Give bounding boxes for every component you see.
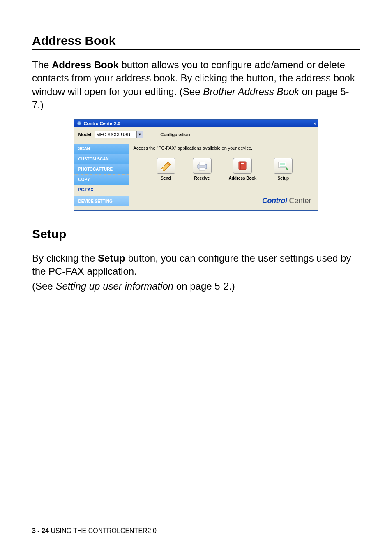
svg-rect-4 <box>199 162 205 165</box>
divider <box>32 49 360 50</box>
application-window: ControlCenter2.0 × Model MFC-XXXX USB ▼ … <box>74 119 318 211</box>
app-icon <box>77 121 82 126</box>
receive-icon <box>196 160 208 171</box>
setup-button[interactable] <box>274 158 293 174</box>
close-icon[interactable]: × <box>314 121 316 126</box>
bold-text: Address Book <box>52 59 119 70</box>
sidebar-item-custom-scan[interactable]: CUSTOM SCAN <box>74 154 129 164</box>
sidebar-item-device-setting[interactable]: DEVICE SETTING <box>74 196 129 206</box>
svg-rect-8 <box>240 162 241 170</box>
text: The <box>32 59 52 70</box>
configuration-button[interactable]: Configuration <box>160 132 190 137</box>
sidebar-item-pcfax[interactable]: PC-FAX <box>74 185 129 195</box>
send-button[interactable] <box>157 158 175 174</box>
sidebar-item-photocapture[interactable]: PHOTOCAPTURE <box>74 164 129 175</box>
content-area: Access the "PC-FAX" applications availab… <box>129 142 318 210</box>
logo-center: Center <box>287 197 311 205</box>
text: on page 5-2.) <box>173 280 235 292</box>
bold-text: Setup <box>98 253 125 264</box>
toolbar: Model MFC-XXXX USB ▼ Configuration <box>74 127 318 142</box>
svg-rect-5 <box>199 168 205 170</box>
section1-paragraph: The Address Book button allows you to co… <box>32 58 360 112</box>
address-book-button[interactable] <box>233 158 252 174</box>
sidebar-item-scan[interactable]: SCAN <box>74 144 129 154</box>
text: By clicking the <box>32 253 98 264</box>
text: (See <box>32 280 55 292</box>
logo-control: Control <box>262 197 287 205</box>
model-dropdown[interactable]: MFC-XXXX USB ▼ <box>95 131 143 138</box>
model-label: Model <box>78 132 92 137</box>
sidebar: SCAN CUSTOM SCAN PHOTOCAPTURE COPY PC-FA… <box>74 142 129 210</box>
svg-rect-7 <box>240 163 244 164</box>
address-book-icon <box>236 160 249 171</box>
page-number: 3 - 24 <box>32 527 49 534</box>
italic-text: Brother Address Book <box>203 86 299 97</box>
divider <box>32 243 360 243</box>
address-book-label: Address Book <box>229 176 257 181</box>
model-value: MFC-XXXX USB <box>96 132 130 137</box>
receive-button[interactable] <box>193 158 212 174</box>
window-body: SCAN CUSTOM SCAN PHOTOCAPTURE COPY PC-FA… <box>74 142 318 210</box>
italic-text: Setting up user information <box>55 280 173 292</box>
svg-point-1 <box>78 122 81 125</box>
chevron-down-icon[interactable]: ▼ <box>136 131 143 138</box>
svg-point-2 <box>161 169 163 170</box>
section-heading-address-book: Address Book <box>32 34 360 48</box>
page-footer: 3 - 24 USING THE CONTROLCENTER2.0 <box>32 527 157 535</box>
section2-paragraph-1: By clicking the Setup button, you can co… <box>32 252 360 278</box>
receive-label: Receive <box>194 176 210 181</box>
titlebar: ControlCenter2.0 × <box>74 120 318 127</box>
send-icon <box>160 160 172 171</box>
section-heading-setup: Setup <box>32 227 360 241</box>
screenshot-container: ControlCenter2.0 × Model MFC-XXXX USB ▼ … <box>32 119 360 211</box>
setup-label: Setup <box>277 176 289 181</box>
send-label: Send <box>161 176 171 181</box>
section2-paragraph-2: (See Setting up user information on page… <box>32 280 360 293</box>
footer-text: USING THE CONTROLCENTER2.0 <box>51 527 157 534</box>
sidebar-item-copy[interactable]: COPY <box>74 175 129 185</box>
window-title: ControlCenter2.0 <box>84 121 314 126</box>
logo: Control Center <box>134 192 313 208</box>
description-text: Access the "PC-FAX" applications availab… <box>134 146 313 155</box>
button-row: Send Receive <box>134 155 313 181</box>
setup-icon <box>277 160 289 171</box>
